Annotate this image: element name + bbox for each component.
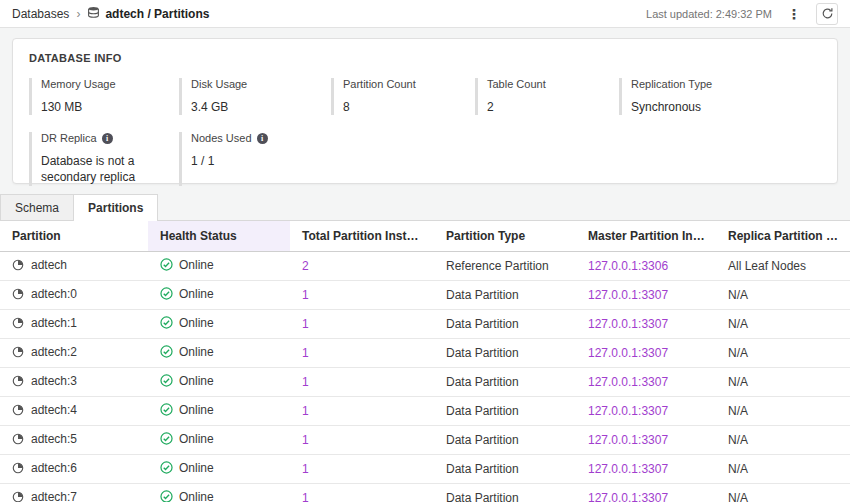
master-instance-link[interactable]: 127.0.0.1:3307 <box>588 491 668 502</box>
pie-chart-icon <box>12 288 24 303</box>
total-instances-link[interactable]: 1 <box>302 491 309 502</box>
last-updated-text: Last updated: 2:49:32 PM <box>646 8 772 20</box>
metric-label: Nodes Used i <box>191 132 331 144</box>
health-status-text: Online <box>179 316 214 330</box>
pie-chart-icon <box>12 462 24 477</box>
table-row: adtech:7Online1Data Partition127.0.0.1:3… <box>0 484 850 502</box>
tab-partitions[interactable]: Partitions <box>73 194 158 221</box>
column-header-master-partition-instance[interactable]: Master Partition Instance ... <box>576 221 716 252</box>
master-instance-link[interactable]: 127.0.0.1:3307 <box>588 317 668 331</box>
master-instance-link[interactable]: 127.0.0.1:3306 <box>588 259 668 273</box>
health-status-text: Online <box>179 345 214 359</box>
replica-instance-text: N/A <box>728 375 748 389</box>
metric-value: 2 <box>487 99 619 115</box>
breadcrumb-databases-link[interactable]: Databases <box>12 7 69 21</box>
info-icon[interactable]: i <box>257 133 268 144</box>
metric-value: 8 <box>343 99 475 115</box>
top-bar-actions: Last updated: 2:49:32 PM ⋮ <box>646 3 838 25</box>
table-row: adtechOnline2Reference Partition127.0.0.… <box>0 252 850 281</box>
master-instance-link[interactable]: 127.0.0.1:3307 <box>588 433 668 447</box>
partition-type-text: Data Partition <box>446 346 519 360</box>
tab-bar: Schema Partitions <box>0 194 850 220</box>
table-row: adtech:2Online1Data Partition127.0.0.1:3… <box>0 339 850 368</box>
metric-label: Partition Count <box>343 78 475 90</box>
health-status-text: Online <box>179 258 214 272</box>
column-header-total-partition-instances[interactable]: Total Partition Instances <box>290 221 434 252</box>
replica-instance-text: N/A <box>728 404 748 418</box>
metric-label: Replication Type <box>631 78 821 90</box>
kebab-menu-icon[interactable]: ⋮ <box>784 7 804 21</box>
top-bar: Databases › adtech / Partitions Last upd… <box>0 0 850 28</box>
refresh-button[interactable] <box>816 3 838 25</box>
total-instances-link[interactable]: 1 <box>302 288 309 302</box>
pie-chart-icon <box>12 404 24 419</box>
check-circle-icon <box>160 374 173 390</box>
total-instances-link[interactable]: 1 <box>302 462 309 476</box>
metric-label: Table Count <box>487 78 619 90</box>
partition-type-text: Data Partition <box>446 491 519 502</box>
check-circle-icon <box>160 490 173 502</box>
column-header-partition[interactable]: Partition <box>0 221 148 252</box>
check-circle-icon <box>160 403 173 419</box>
check-circle-icon <box>160 345 173 361</box>
column-header-health-status[interactable]: Health Status <box>148 221 290 252</box>
partition-type-text: Data Partition <box>446 462 519 476</box>
metric-partition-count: Partition Count 8 <box>331 78 475 115</box>
database-info-title: DATABASE INFO <box>29 52 821 64</box>
total-instances-link[interactable]: 2 <box>302 259 309 273</box>
health-status-text: Online <box>179 403 214 417</box>
breadcrumb-separator: › <box>76 7 80 21</box>
column-header-partition-type[interactable]: Partition Type <box>434 221 576 252</box>
metric-label: Disk Usage <box>191 78 331 90</box>
partition-name: adtech:4 <box>31 403 77 417</box>
master-instance-link[interactable]: 127.0.0.1:3307 <box>588 462 668 476</box>
total-instances-link[interactable]: 1 <box>302 375 309 389</box>
master-instance-link[interactable]: 127.0.0.1:3307 <box>588 346 668 360</box>
info-icon[interactable]: i <box>102 133 113 144</box>
table-row: adtech:0Online1Data Partition127.0.0.1:3… <box>0 281 850 310</box>
page-title: adtech / Partitions <box>105 7 209 21</box>
table-row: adtech:5Online1Data Partition127.0.0.1:3… <box>0 426 850 455</box>
table-row: adtech:1Online1Data Partition127.0.0.1:3… <box>0 310 850 339</box>
master-instance-link[interactable]: 127.0.0.1:3307 <box>588 288 668 302</box>
replica-instance-text: N/A <box>728 346 748 360</box>
partition-type-text: Data Partition <box>446 317 519 331</box>
check-circle-icon <box>160 461 173 477</box>
partition-name: adtech:1 <box>31 316 77 330</box>
tab-schema[interactable]: Schema <box>0 194 74 220</box>
pie-chart-icon <box>12 317 24 332</box>
partition-name: adtech:6 <box>31 461 77 475</box>
check-circle-icon <box>160 258 173 274</box>
total-instances-link[interactable]: 1 <box>302 317 309 331</box>
pie-chart-icon <box>12 375 24 390</box>
master-instance-link[interactable]: 127.0.0.1:3307 <box>588 404 668 418</box>
table-header-row: Partition Health Status Total Partition … <box>0 221 850 252</box>
total-instances-link[interactable]: 1 <box>302 404 309 418</box>
partition-name: adtech:5 <box>31 432 77 446</box>
partition-name: adtech <box>31 258 67 272</box>
health-status-text: Online <box>179 490 214 502</box>
metric-replication-type: Replication Type Synchronous <box>619 78 821 115</box>
column-header-replica-partition-instance[interactable]: Replica Partition Instance ... <box>716 221 850 252</box>
database-icon <box>87 6 100 22</box>
partitions-table-container: Partition Health Status Total Partition … <box>0 220 850 502</box>
total-instances-link[interactable]: 1 <box>302 433 309 447</box>
breadcrumb: Databases › adtech / Partitions <box>12 6 209 22</box>
replica-instance-text: N/A <box>728 317 748 331</box>
metric-memory-usage: Memory Usage 130 MB <box>29 78 179 115</box>
refresh-icon <box>821 7 834 20</box>
health-status-text: Online <box>179 432 214 446</box>
health-status-text: Online <box>179 287 214 301</box>
partition-name: adtech:0 <box>31 287 77 301</box>
metric-value: 3.4 GB <box>191 99 323 115</box>
pie-chart-icon <box>12 259 24 274</box>
partition-type-text: Data Partition <box>446 433 519 447</box>
master-instance-link[interactable]: 127.0.0.1:3307 <box>588 375 668 389</box>
total-instances-link[interactable]: 1 <box>302 346 309 360</box>
health-status-text: Online <box>179 374 214 388</box>
partition-name: adtech:7 <box>31 490 77 502</box>
metric-value: Synchronous <box>631 99 763 115</box>
breadcrumb-current: adtech / Partitions <box>87 6 209 22</box>
partitions-table-body: adtechOnline2Reference Partition127.0.0.… <box>0 252 850 502</box>
metric-value: Database is not a secondary replica <box>41 153 173 185</box>
